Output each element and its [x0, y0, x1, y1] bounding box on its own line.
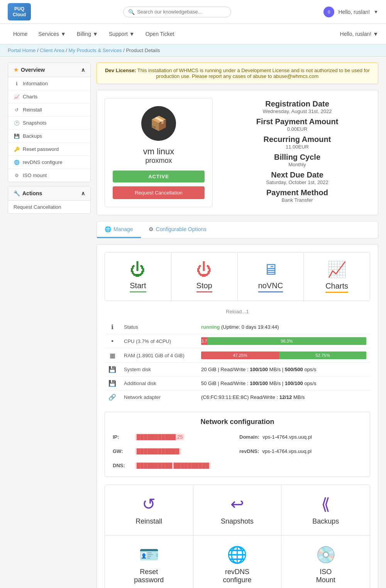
- vm-controls: ⏻ Start ⏻ Stop 🖥 noVNC 📈 Charts: [105, 252, 370, 301]
- iso-mount-action-icon: 💿: [316, 545, 336, 564]
- nav-services[interactable]: Services ▼: [33, 24, 71, 44]
- logo[interactable]: PUQCloud: [8, 3, 31, 20]
- stat-row-network-adapter: 🔗 Network adapter (C6:FC:93:11:EE:8C) Re…: [105, 390, 370, 404]
- sidebar-item-request-cancellation[interactable]: Request Cancellation: [8, 201, 90, 213]
- main-nav: Home Services ▼ Billing ▼ Support ▼ Open…: [0, 24, 386, 44]
- nav-support[interactable]: Support ▼: [103, 24, 140, 44]
- network-revdns-row: revDNS: vps-1-4764.vps.uuq.pl: [239, 446, 362, 456]
- action-reinstall[interactable]: ↺ Reinstall: [105, 485, 193, 536]
- tab-manage[interactable]: 🌐 Manage: [97, 221, 141, 238]
- nav-home[interactable]: Home: [8, 24, 33, 44]
- stat-row-cpu: ▪ CPU (3.7% of 4CPU) 3.7 96.3%: [105, 334, 370, 348]
- search-bar[interactable]: 🔍: [123, 7, 231, 17]
- additional-disk-icon: 💾: [105, 377, 120, 390]
- reinstall-action-icon: ↺: [142, 495, 156, 514]
- iso-mount-icon: ⚙: [14, 173, 20, 178]
- status-stat-label: Status: [120, 320, 197, 334]
- header-right: 0 Hello, ruslan! ▼: [323, 7, 378, 17]
- action-revdns-configure[interactable]: 🌐 revDNSconfigure: [193, 536, 282, 588]
- additional-disk-label: Additional disk: [120, 377, 197, 390]
- ram-stat-label: RAM (1.8901 GiB of 4 GiB): [120, 348, 197, 363]
- sidebar-item-snapshots[interactable]: 🕐 Snapshots: [8, 117, 90, 130]
- charts-control-icon: 📈: [327, 260, 347, 279]
- nav-billing[interactable]: Billing ▼: [71, 24, 103, 44]
- search-input[interactable]: [137, 9, 226, 15]
- stat-row-ram: ▦ RAM (1.8901 GiB of 4 GiB) 47.25% 52.75…: [105, 348, 370, 363]
- sidebar-actions-header[interactable]: 🔧Actions ∧: [8, 186, 90, 201]
- gw-value: ████████████: [135, 448, 181, 455]
- breadcrumb-my-products[interactable]: My Products & Services: [69, 47, 122, 53]
- running-status: running: [201, 324, 220, 330]
- greeting-chevron[interactable]: ▼: [374, 9, 378, 15]
- reset-password-action-icon: 🪪: [139, 545, 159, 564]
- ip-value: ███████████.25: [135, 434, 184, 440]
- ram-stat-bar: 47.25% 52.75%: [197, 348, 370, 363]
- content: Dev License: This installation of WHMCS …: [96, 63, 378, 588]
- dev-warning: Dev License: This installation of WHMCS …: [96, 63, 378, 84]
- cancel-button[interactable]: Request Cancellation: [113, 186, 205, 199]
- action-grid: ↺ Reinstall ↩ Snapshots ⟪ Backups 🪪 Rese…: [105, 485, 370, 588]
- action-iso-mount[interactable]: 💿 ISOMount: [281, 536, 370, 588]
- sidebar-overview-header[interactable]: ★Overview ∧: [8, 63, 90, 77]
- recurring-row: Recurring Amount 11.00EUR: [224, 135, 370, 150]
- network-adapter-label: Network adapter: [120, 390, 197, 404]
- network-gw-row: GW: ████████████: [113, 446, 235, 456]
- reinstall-action-label: Reinstall: [135, 517, 162, 525]
- revdns-configure-action-icon: 🌐: [227, 545, 247, 564]
- tab-configurable[interactable]: ⚙ Configurable Options: [141, 221, 215, 238]
- sidebar: ★Overview ∧ ℹ Information 📈 Charts ↺ Rei…: [8, 63, 91, 588]
- dns-label: DNS:: [113, 463, 132, 468]
- backups-icon: 💾: [14, 133, 20, 139]
- cpu-stat-bar: 3.7 96.3%: [197, 334, 370, 348]
- sidebar-item-charts[interactable]: 📈 Charts: [8, 90, 90, 103]
- sidebar-actions-section: 🔧Actions ∧ Request Cancellation: [8, 186, 91, 214]
- sidebar-item-information[interactable]: ℹ Information: [8, 77, 90, 90]
- cpu-stat-icon: ▪: [105, 334, 120, 348]
- billing-cycle-label: Billing Cycle: [224, 153, 370, 162]
- snapshots-action-icon: ↩: [230, 495, 244, 514]
- billing-cycle-value: Monthly: [224, 162, 370, 167]
- backups-action-icon: ⟪: [321, 495, 330, 514]
- sidebar-item-iso-mount[interactable]: ⚙ ISO mount: [8, 169, 90, 182]
- reset-password-action-label: Resetpassword: [134, 568, 164, 584]
- sidebar-item-reinstall[interactable]: ↺ Reinstall: [8, 103, 90, 117]
- action-reset-password[interactable]: 🪪 Resetpassword: [105, 536, 193, 588]
- action-snapshots[interactable]: ↩ Snapshots: [193, 485, 282, 536]
- novnc-button[interactable]: 🖥 noVNC: [238, 253, 304, 301]
- stat-row-system-disk: 💾 System disk 20 GiB | Read/Write : 100/…: [105, 363, 370, 377]
- revdns-icon: 🌐: [14, 160, 20, 165]
- search-icon: 🔍: [128, 9, 135, 15]
- sidebar-overview-section: ★Overview ∧ ℹ Information 📈 Charts ↺ Rei…: [8, 63, 91, 182]
- configurable-icon: ⚙: [149, 226, 154, 232]
- action-backups[interactable]: ⟪ Backups: [281, 485, 370, 536]
- charts-label: Charts: [325, 282, 348, 293]
- vm-icon: 📦: [141, 106, 176, 141]
- domain-label: Domain:: [239, 434, 259, 440]
- stop-button[interactable]: ⏻ Stop: [171, 253, 238, 301]
- start-button[interactable]: ⏻ Start: [105, 253, 171, 301]
- snapshots-action-label: Snapshots: [221, 517, 254, 525]
- registration-date: Wednesday, August 31st, 2022: [224, 108, 370, 114]
- network-config: Network configuration IP: ███████████.25…: [105, 412, 370, 477]
- network-ip-row: IP: ███████████.25: [113, 432, 235, 442]
- product-card: 📦 vm linux proxmox ACTIVE Request Cancel…: [96, 90, 378, 215]
- next-due-row: Next Due Date Saturday, October 1st, 202…: [224, 171, 370, 185]
- chevron-up-icon-2: ∧: [81, 190, 85, 196]
- status-badge: ACTIVE: [113, 171, 205, 182]
- breadcrumb-client-area[interactable]: Client Area: [40, 47, 64, 53]
- recurring-value: 11.00EUR: [224, 144, 370, 150]
- payment-method-row: Payment Method Bank Transfer: [224, 188, 370, 203]
- network-domain-row: Domain: vps-1-4764.vps.uuq.pl: [239, 432, 362, 442]
- ip-label: IP:: [113, 434, 132, 440]
- novnc-icon: 🖥: [263, 261, 278, 278]
- sidebar-item-revdns[interactable]: 🌐 revDNS configure: [8, 156, 90, 169]
- cart-icon[interactable]: 0: [323, 7, 334, 17]
- sidebar-item-reset-password[interactable]: 🔑 Reset password: [8, 143, 90, 156]
- nav-open-ticket[interactable]: Open Ticket: [140, 24, 180, 44]
- iso-mount-action-label: ISOMount: [316, 568, 335, 584]
- breadcrumb-portal-home[interactable]: Portal Home: [8, 47, 36, 53]
- sidebar-item-backups[interactable]: 💾 Backups: [8, 130, 90, 143]
- charts-button[interactable]: 📈 Charts: [304, 253, 370, 301]
- stat-row-additional-disk: 💾 Additional disk 50 GiB | Read/Write : …: [105, 377, 370, 390]
- registration-label: Registration Date: [224, 100, 370, 108]
